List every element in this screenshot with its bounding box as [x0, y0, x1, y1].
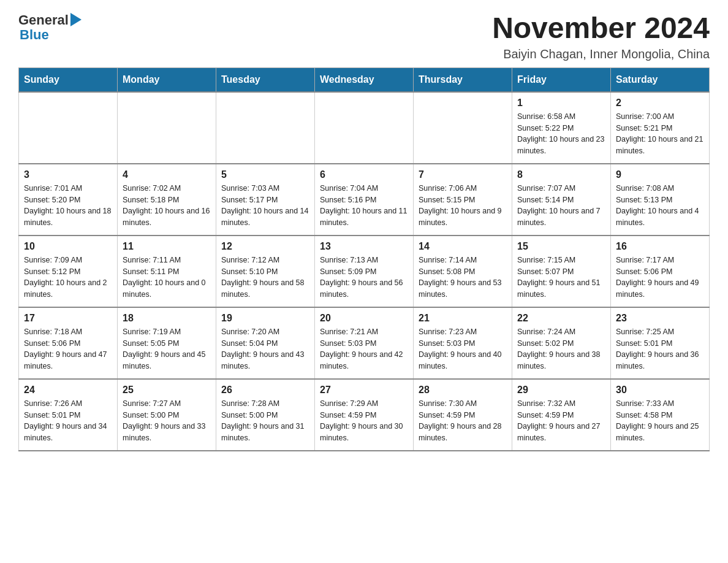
- location-title: Baiyin Chagan, Inner Mongolia, China: [492, 47, 710, 61]
- day-number: 19: [221, 313, 309, 324]
- col-thursday: Thursday: [414, 67, 512, 92]
- col-tuesday: Tuesday: [216, 67, 315, 92]
- day-info: Sunrise: 7:13 AM Sunset: 5:09 PM Dayligh…: [320, 255, 408, 301]
- day-info: Sunrise: 7:00 AM Sunset: 5:21 PM Dayligh…: [616, 111, 704, 157]
- day-number: 14: [419, 241, 507, 252]
- day-info: Sunrise: 7:08 AM Sunset: 5:13 PM Dayligh…: [616, 183, 704, 229]
- col-sunday: Sunday: [19, 67, 118, 92]
- day-number: 1: [517, 98, 605, 109]
- logo: General Blue: [18, 12, 82, 42]
- table-row: 12Sunrise: 7:12 AM Sunset: 5:10 PM Dayli…: [216, 236, 315, 307]
- day-info: Sunrise: 7:06 AM Sunset: 5:15 PM Dayligh…: [419, 183, 507, 229]
- day-info: Sunrise: 7:27 AM Sunset: 5:00 PM Dayligh…: [123, 398, 211, 444]
- table-row: 20Sunrise: 7:21 AM Sunset: 5:03 PM Dayli…: [315, 307, 414, 379]
- day-number: 5: [221, 169, 309, 180]
- day-info: Sunrise: 7:17 AM Sunset: 5:06 PM Dayligh…: [616, 255, 704, 301]
- day-number: 27: [320, 385, 408, 396]
- table-row: 29Sunrise: 7:32 AM Sunset: 4:59 PM Dayli…: [512, 379, 611, 451]
- table-row: 22Sunrise: 7:24 AM Sunset: 5:02 PM Dayli…: [512, 307, 611, 379]
- day-info: Sunrise: 7:09 AM Sunset: 5:12 PM Dayligh…: [24, 255, 112, 301]
- calendar-week-row: 1Sunrise: 6:58 AM Sunset: 5:22 PM Daylig…: [19, 92, 710, 164]
- day-number: 7: [419, 169, 507, 180]
- logo-general-text: General: [18, 12, 69, 28]
- day-info: Sunrise: 7:21 AM Sunset: 5:03 PM Dayligh…: [320, 326, 408, 372]
- day-number: 2: [616, 98, 704, 109]
- day-info: Sunrise: 7:26 AM Sunset: 5:01 PM Dayligh…: [24, 398, 112, 444]
- day-number: 22: [517, 313, 605, 324]
- table-row: 27Sunrise: 7:29 AM Sunset: 4:59 PM Dayli…: [315, 379, 414, 451]
- calendar-table: Sunday Monday Tuesday Wednesday Thursday…: [18, 67, 710, 451]
- table-row: 8Sunrise: 7:07 AM Sunset: 5:14 PM Daylig…: [512, 164, 611, 236]
- calendar-week-row: 10Sunrise: 7:09 AM Sunset: 5:12 PM Dayli…: [19, 236, 710, 307]
- table-row: 21Sunrise: 7:23 AM Sunset: 5:03 PM Dayli…: [414, 307, 512, 379]
- day-info: Sunrise: 7:28 AM Sunset: 5:00 PM Dayligh…: [221, 398, 309, 444]
- calendar-week-row: 3Sunrise: 7:01 AM Sunset: 5:20 PM Daylig…: [19, 164, 710, 236]
- day-number: 26: [221, 385, 309, 396]
- table-row: 26Sunrise: 7:28 AM Sunset: 5:00 PM Dayli…: [216, 379, 315, 451]
- month-title: November 2024: [492, 12, 710, 45]
- day-number: 28: [419, 385, 507, 396]
- day-info: Sunrise: 7:30 AM Sunset: 4:59 PM Dayligh…: [419, 398, 507, 444]
- day-info: Sunrise: 7:01 AM Sunset: 5:20 PM Dayligh…: [24, 183, 112, 229]
- table-row: 2Sunrise: 7:00 AM Sunset: 5:21 PM Daylig…: [611, 92, 710, 164]
- day-number: 24: [24, 385, 112, 396]
- day-number: 17: [24, 313, 112, 324]
- day-number: 9: [616, 169, 704, 180]
- calendar-week-row: 24Sunrise: 7:26 AM Sunset: 5:01 PM Dayli…: [19, 379, 710, 451]
- table-row: 24Sunrise: 7:26 AM Sunset: 5:01 PM Dayli…: [19, 379, 118, 451]
- table-row: 11Sunrise: 7:11 AM Sunset: 5:11 PM Dayli…: [118, 236, 216, 307]
- day-number: 23: [616, 313, 704, 324]
- table-row: 19Sunrise: 7:20 AM Sunset: 5:04 PM Dayli…: [216, 307, 315, 379]
- table-row: [315, 92, 414, 164]
- col-saturday: Saturday: [611, 67, 710, 92]
- col-monday: Monday: [118, 67, 216, 92]
- day-info: Sunrise: 7:29 AM Sunset: 4:59 PM Dayligh…: [320, 398, 408, 444]
- day-info: Sunrise: 7:19 AM Sunset: 5:05 PM Dayligh…: [123, 326, 211, 372]
- logo-blue-text: Blue: [20, 28, 49, 42]
- day-info: Sunrise: 7:20 AM Sunset: 5:04 PM Dayligh…: [221, 326, 309, 372]
- day-number: 13: [320, 241, 408, 252]
- table-row: 30Sunrise: 7:33 AM Sunset: 4:58 PM Dayli…: [611, 379, 710, 451]
- page-header: General Blue November 2024 Baiyin Chagan…: [18, 12, 710, 61]
- calendar-week-row: 17Sunrise: 7:18 AM Sunset: 5:06 PM Dayli…: [19, 307, 710, 379]
- day-number: 16: [616, 241, 704, 252]
- day-number: 21: [419, 313, 507, 324]
- col-wednesday: Wednesday: [315, 67, 414, 92]
- title-section: November 2024 Baiyin Chagan, Inner Mongo…: [492, 12, 710, 61]
- table-row: 3Sunrise: 7:01 AM Sunset: 5:20 PM Daylig…: [19, 164, 118, 236]
- day-number: 20: [320, 313, 408, 324]
- day-info: Sunrise: 7:04 AM Sunset: 5:16 PM Dayligh…: [320, 183, 408, 229]
- day-number: 8: [517, 169, 605, 180]
- day-number: 4: [123, 169, 211, 180]
- table-row: 16Sunrise: 7:17 AM Sunset: 5:06 PM Dayli…: [611, 236, 710, 307]
- table-row: 28Sunrise: 7:30 AM Sunset: 4:59 PM Dayli…: [414, 379, 512, 451]
- day-info: Sunrise: 7:25 AM Sunset: 5:01 PM Dayligh…: [616, 326, 704, 372]
- table-row: 6Sunrise: 7:04 AM Sunset: 5:16 PM Daylig…: [315, 164, 414, 236]
- table-row: [118, 92, 216, 164]
- day-info: Sunrise: 7:02 AM Sunset: 5:18 PM Dayligh…: [123, 183, 211, 229]
- table-row: 23Sunrise: 7:25 AM Sunset: 5:01 PM Dayli…: [611, 307, 710, 379]
- table-row: 14Sunrise: 7:14 AM Sunset: 5:08 PM Dayli…: [414, 236, 512, 307]
- day-info: Sunrise: 6:58 AM Sunset: 5:22 PM Dayligh…: [517, 111, 605, 157]
- day-number: 3: [24, 169, 112, 180]
- day-number: 15: [517, 241, 605, 252]
- table-row: 10Sunrise: 7:09 AM Sunset: 5:12 PM Dayli…: [19, 236, 118, 307]
- day-info: Sunrise: 7:23 AM Sunset: 5:03 PM Dayligh…: [419, 326, 507, 372]
- table-row: 4Sunrise: 7:02 AM Sunset: 5:18 PM Daylig…: [118, 164, 216, 236]
- table-row: 5Sunrise: 7:03 AM Sunset: 5:17 PM Daylig…: [216, 164, 315, 236]
- table-row: 18Sunrise: 7:19 AM Sunset: 5:05 PM Dayli…: [118, 307, 216, 379]
- day-info: Sunrise: 7:15 AM Sunset: 5:07 PM Dayligh…: [517, 255, 605, 301]
- table-row: [414, 92, 512, 164]
- day-number: 6: [320, 169, 408, 180]
- table-row: 25Sunrise: 7:27 AM Sunset: 5:00 PM Dayli…: [118, 379, 216, 451]
- col-friday: Friday: [512, 67, 611, 92]
- table-row: [19, 92, 118, 164]
- table-row: 15Sunrise: 7:15 AM Sunset: 5:07 PM Dayli…: [512, 236, 611, 307]
- day-info: Sunrise: 7:07 AM Sunset: 5:14 PM Dayligh…: [517, 183, 605, 229]
- day-info: Sunrise: 7:24 AM Sunset: 5:02 PM Dayligh…: [517, 326, 605, 372]
- day-info: Sunrise: 7:11 AM Sunset: 5:11 PM Dayligh…: [123, 255, 211, 301]
- day-number: 25: [123, 385, 211, 396]
- day-info: Sunrise: 7:14 AM Sunset: 5:08 PM Dayligh…: [419, 255, 507, 301]
- logo-arrow-icon: [70, 13, 82, 26]
- day-info: Sunrise: 7:33 AM Sunset: 4:58 PM Dayligh…: [616, 398, 704, 444]
